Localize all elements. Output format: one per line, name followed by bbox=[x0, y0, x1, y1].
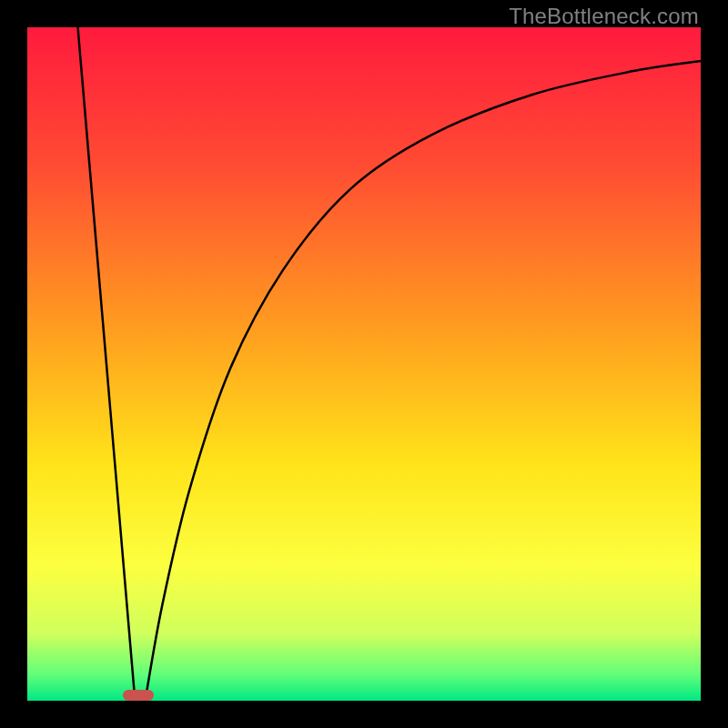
watermark-text: TheBottleneck.com bbox=[509, 4, 699, 29]
left-line-path bbox=[78, 27, 136, 701]
chart-curves bbox=[27, 27, 701, 701]
plot-area bbox=[27, 27, 701, 701]
chart-frame: TheBottleneck.com bbox=[0, 0, 728, 728]
right-curve-path bbox=[146, 61, 702, 701]
bottleneck-marker bbox=[123, 690, 153, 701]
